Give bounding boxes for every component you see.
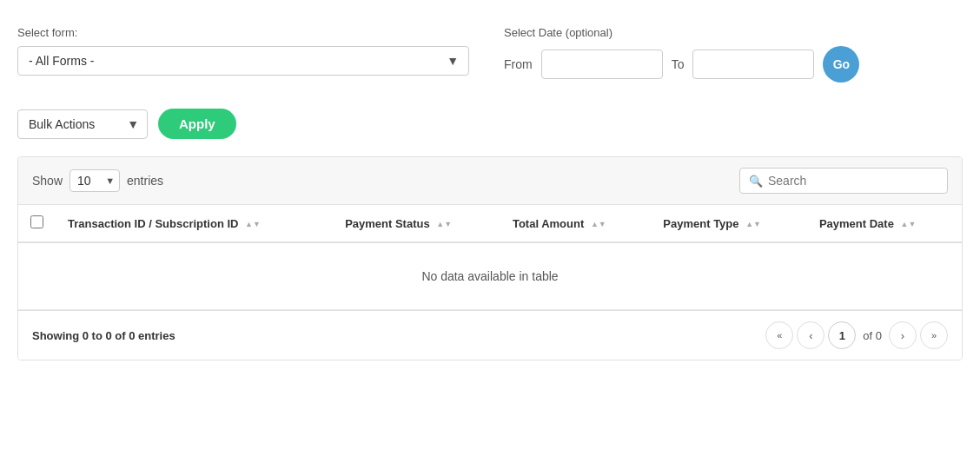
first-page-button[interactable]: «	[765, 321, 793, 349]
show-entries: Show 10 25 50 100 ▼ entries	[32, 169, 163, 192]
sort-payment-type-icon[interactable]: ▲▼	[745, 221, 761, 228]
next-page-icon: ›	[901, 329, 904, 342]
prev-page-button[interactable]: ‹	[797, 321, 824, 349]
table-body: No data available in table	[18, 242, 962, 310]
date-to-input[interactable]	[692, 50, 814, 79]
pagination: « ‹ 1 of 0 › »	[765, 321, 948, 349]
date-label: Select Date (optional)	[504, 26, 859, 39]
search-icon: 🔍	[749, 175, 763, 188]
date-inputs: From To Go	[504, 46, 859, 83]
search-input[interactable]	[768, 174, 938, 188]
show-label: Show	[32, 174, 63, 188]
search-box: 🔍	[739, 168, 948, 194]
table-section: Show 10 25 50 100 ▼ entries 🔍	[17, 156, 963, 360]
data-table: Transaction ID / Subscription ID ▲▼ Paym…	[18, 205, 962, 310]
last-page-button[interactable]: »	[920, 321, 948, 349]
first-page-icon: «	[777, 330, 782, 340]
from-label: From	[504, 57, 533, 71]
bulk-actions-wrapper: Bulk Actions ▼	[17, 109, 148, 139]
sort-total-amount-icon[interactable]: ▲▼	[591, 221, 606, 228]
prev-page-icon: ‹	[809, 329, 812, 342]
entries-per-page-select[interactable]: 10 25 50 100	[70, 169, 120, 192]
show-entries-wrapper: 10 25 50 100 ▼	[70, 169, 120, 192]
date-group: Select Date (optional) From To Go	[504, 26, 859, 83]
to-label: To	[672, 57, 685, 71]
apply-button[interactable]: Apply	[158, 109, 236, 139]
next-page-button[interactable]: ›	[889, 321, 917, 349]
date-from-input[interactable]	[541, 50, 663, 79]
table-footer: Showing 0 to 0 of 0 entries « ‹ 1 of 0 ›…	[18, 310, 962, 360]
table-header: Transaction ID / Subscription ID ▲▼ Paym…	[18, 205, 962, 242]
filter-row: Select form: - All Forms - ▼ Select Date…	[17, 26, 963, 83]
select-all-checkbox[interactable]	[30, 215, 43, 228]
header-payment-date: Payment Date ▲▼	[807, 205, 962, 242]
entries-label: entries	[127, 174, 163, 188]
sort-transaction-icon[interactable]: ▲▼	[245, 221, 261, 228]
header-checkbox-col	[18, 205, 56, 242]
showing-info: Showing 0 to 0 of 0 entries	[32, 329, 175, 342]
no-data-row: No data available in table	[18, 242, 962, 310]
form-select-label: Select form:	[17, 26, 469, 39]
page-of-text: of 0	[863, 329, 882, 342]
current-page-button[interactable]: 1	[828, 321, 856, 349]
last-page-icon: »	[931, 330, 937, 340]
sort-payment-date-icon[interactable]: ▲▼	[901, 221, 917, 228]
form-select-group: Select form: - All Forms - ▼	[17, 26, 469, 76]
table-controls: Show 10 25 50 100 ▼ entries 🔍	[18, 157, 962, 205]
no-data-cell: No data available in table	[18, 242, 962, 310]
bulk-actions-select[interactable]: Bulk Actions	[17, 109, 148, 139]
header-payment-type: Payment Type ▲▼	[651, 205, 807, 242]
sort-payment-status-icon[interactable]: ▲▼	[436, 221, 452, 228]
bulk-row: Bulk Actions ▼ Apply	[17, 109, 963, 139]
header-total-amount: Total Amount ▲▼	[500, 205, 651, 242]
go-button[interactable]: Go	[823, 46, 859, 83]
form-select[interactable]: - All Forms -	[17, 46, 469, 76]
header-transaction-id: Transaction ID / Subscription ID ▲▼	[56, 205, 333, 242]
header-payment-status: Payment Status ▲▼	[333, 205, 500, 242]
form-select-wrapper: - All Forms - ▼	[17, 46, 469, 76]
